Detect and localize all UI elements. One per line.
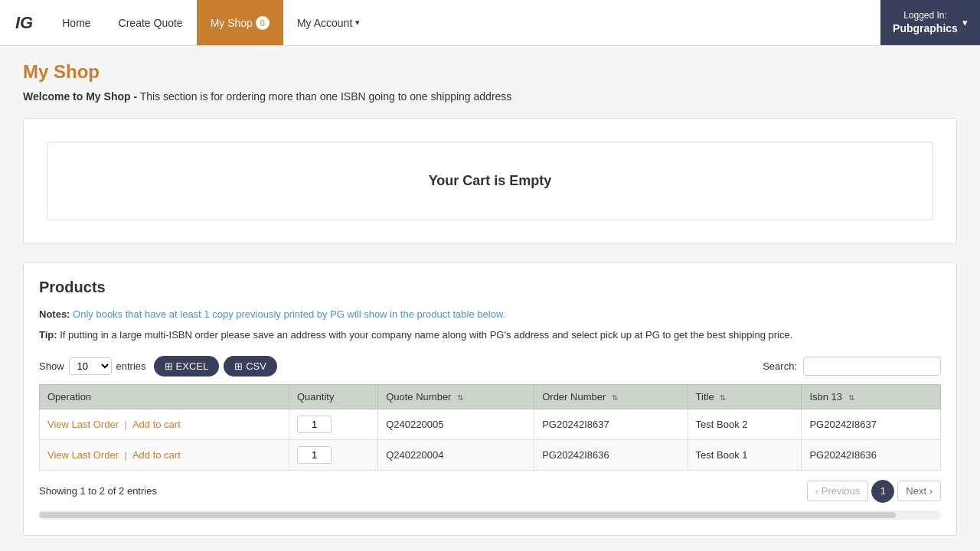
cart-empty-box: Your Cart is Empty: [23, 118, 957, 244]
navbar: IG Home Create Quote My Shop 0 My Accoun…: [0, 0, 980, 46]
showing-text: Showing 1 to 2 of 2 entries: [39, 485, 157, 497]
products-section: Products Notes: Only books that have at …: [23, 262, 957, 536]
tip-text: If putting in a large multi-ISBN order p…: [60, 329, 792, 341]
quote-cell-0: Q240220005: [378, 409, 534, 439]
notes-text: Only books that have at least 1 copy pre…: [73, 308, 505, 320]
title-cell-0: Test Book 2: [688, 409, 802, 439]
quote-cell-1: Q240220004: [378, 439, 534, 470]
isbn-cell-1: PG20242I8636: [802, 439, 941, 470]
order-cell-0: PG20242I8637: [534, 409, 688, 439]
nav-create-quote[interactable]: Create Quote: [105, 0, 197, 45]
add-to-cart-link-0[interactable]: Add to cart: [132, 419, 181, 430]
order-cell-1: PG20242I8636: [534, 439, 688, 470]
search-label: Search:: [763, 360, 797, 372]
excel-button[interactable]: ⊞ EXCEL: [154, 356, 220, 377]
table-footer: Showing 1 to 2 of 2 entries ‹ Previous 1…: [39, 480, 941, 503]
title-sort-icon: ⇅: [720, 393, 726, 402]
products-table: Operation Quantity Quote Number ⇅ Order …: [39, 384, 941, 471]
entries-select[interactable]: 10 25 50 100: [69, 357, 112, 375]
quote-sort-icon: ⇅: [457, 393, 463, 402]
op-cell-1: View Last Order | Add to cart: [40, 439, 289, 470]
table-toolbar: Show 10 25 50 100 entries ⊞ EXCEL: [39, 356, 941, 377]
csv-button[interactable]: ⊞ CSV: [224, 356, 277, 377]
col-operation: Operation: [40, 384, 289, 409]
export-buttons: ⊞ EXCEL ⊞ CSV: [154, 356, 277, 377]
isbn-sort-icon: ⇅: [848, 393, 854, 402]
search-block: Search:: [763, 357, 941, 376]
page-subtitle: Welcome to My Shop - This section is for…: [23, 90, 957, 103]
table-row: View Last Order | Add to cart Q240220005…: [40, 409, 941, 439]
qty-cell-0: [289, 409, 378, 439]
cart-badge: 0: [256, 16, 270, 30]
page-container: My Shop Welcome to My Shop - This sectio…: [8, 46, 972, 551]
section-title: Products: [39, 279, 941, 296]
add-to-cart-link-1[interactable]: Add to cart: [132, 449, 181, 461]
logged-in-chevron-icon: ▾: [962, 17, 968, 28]
notes-label: Notes:: [39, 308, 70, 320]
col-isbn13[interactable]: Isbn 13 ⇅: [802, 384, 941, 409]
isbn-cell-0: PG20242I8637: [802, 409, 941, 439]
qty-input-0[interactable]: [297, 416, 332, 433]
col-title[interactable]: Title ⇅: [688, 384, 802, 409]
pagination: ‹ Previous 1 Next ›: [807, 480, 941, 503]
col-quantity: Quantity: [289, 384, 378, 409]
scroll-thumb: [39, 512, 896, 518]
logo: IG: [0, 0, 48, 45]
notes-block: Notes: Only books that have at least 1 c…: [39, 307, 941, 323]
prev-button[interactable]: ‹ Previous: [807, 481, 869, 501]
logged-in-username: Pubgraphics: [893, 21, 958, 35]
logged-in-label: Logged In:: [893, 10, 958, 22]
nav-my-shop[interactable]: My Shop 0: [197, 0, 283, 45]
page-1-button[interactable]: 1: [871, 480, 894, 503]
page-title: My Shop: [23, 61, 957, 83]
op-cell-0: View Last Order | Add to cart: [40, 409, 289, 439]
excel-icon: ⊞: [165, 360, 173, 372]
view-last-order-link-0[interactable]: View Last Order: [47, 419, 119, 430]
qty-cell-1: [289, 439, 378, 470]
table-row: View Last Order | Add to cart Q240220004…: [40, 439, 941, 470]
account-chevron-icon: ▾: [355, 18, 360, 28]
show-entries: Show 10 25 50 100 entries: [39, 357, 146, 375]
search-input[interactable]: [803, 357, 941, 376]
col-quote-number[interactable]: Quote Number ⇅: [378, 384, 534, 409]
tip-block: Tip: If putting in a large multi-ISBN or…: [39, 328, 941, 344]
nav-links: Home Create Quote My Shop 0 My Account ▾: [48, 0, 880, 45]
nav-home[interactable]: Home: [48, 0, 104, 45]
next-button[interactable]: Next ›: [897, 481, 941, 501]
qty-input-1[interactable]: [297, 446, 332, 464]
csv-icon: ⊞: [234, 360, 243, 372]
cart-empty-message: Your Cart is Empty: [47, 142, 933, 220]
title-cell-1: Test Book 1: [688, 439, 802, 470]
view-last-order-link-1[interactable]: View Last Order: [47, 449, 119, 461]
logged-in-button[interactable]: Logged In: Pubgraphics ▾: [880, 0, 980, 45]
order-sort-icon: ⇅: [612, 393, 618, 402]
tip-label: Tip:: [39, 329, 57, 341]
nav-my-account[interactable]: My Account ▾: [283, 0, 374, 45]
col-order-number[interactable]: Order Number ⇅: [534, 384, 688, 409]
scroll-bar-area[interactable]: [39, 510, 941, 520]
